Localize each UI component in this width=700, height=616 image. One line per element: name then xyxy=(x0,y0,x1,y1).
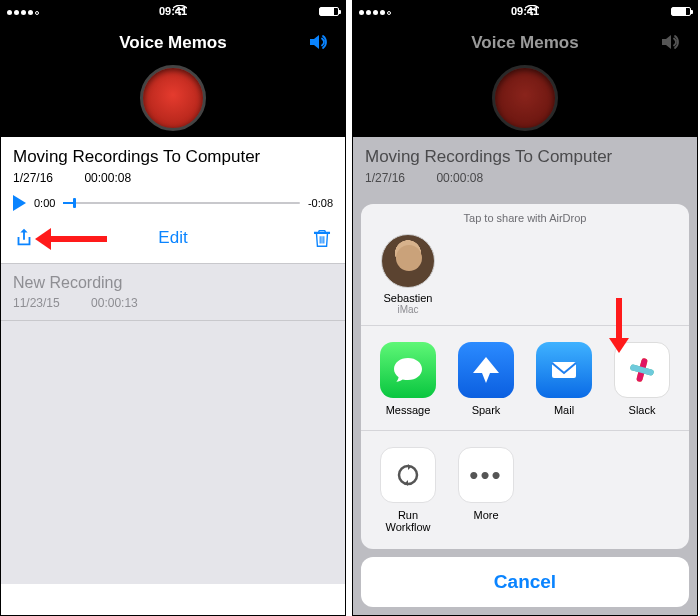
share-app-message[interactable]: Message xyxy=(369,342,447,416)
airdrop-contact-name: Sebastien xyxy=(373,292,443,304)
share-icon[interactable] xyxy=(13,227,35,249)
status-bar: 09:41 xyxy=(1,1,345,21)
list-item-duration: 00:00:13 xyxy=(91,296,138,310)
list-item-date: 11/23/15 xyxy=(13,296,60,310)
share-apps-row: Message Spark Mail Slack xyxy=(361,326,689,431)
annotation-arrow-down xyxy=(609,298,629,353)
phone-right: 09:41 Voice Memos Moving Recordings To C… xyxy=(352,0,698,616)
recording-title: Moving Recordings To Computer xyxy=(13,147,333,167)
record-button xyxy=(492,65,558,131)
header-title: Voice Memos xyxy=(1,21,345,53)
svg-rect-0 xyxy=(552,362,576,378)
share-app-mail[interactable]: Mail xyxy=(525,342,603,416)
battery-icon xyxy=(671,7,691,16)
record-button[interactable] xyxy=(140,65,206,131)
message-icon xyxy=(380,342,436,398)
selected-recording: Moving Recordings To Computer 1/27/16 00… xyxy=(1,137,345,264)
elapsed-time: 0:00 xyxy=(34,197,55,209)
airdrop-contact[interactable]: Sebastien iMac xyxy=(373,234,443,315)
airdrop-hint: Tap to share with AirDrop xyxy=(361,204,689,230)
recordings-list: New Recording 11/23/15 00:00:13 xyxy=(1,264,345,584)
action-more[interactable]: ••• More xyxy=(447,447,525,533)
app-header: Voice Memos xyxy=(1,21,345,137)
list-item-title: New Recording xyxy=(13,274,333,292)
recording-duration: 00:00:08 xyxy=(84,171,131,185)
remaining-time: -0:08 xyxy=(308,197,333,209)
recording-meta: 1/27/16 00:00:08 xyxy=(13,171,333,185)
header-title: Voice Memos xyxy=(353,21,697,53)
share-app-slack[interactable]: Slack xyxy=(603,342,681,416)
share-app-spark[interactable]: Spark xyxy=(447,342,525,416)
speaker-icon xyxy=(661,33,683,56)
annotation-arrow-left xyxy=(35,228,107,250)
recording-title: Moving Recordings To Computer xyxy=(365,147,685,167)
status-bar: 09:41 xyxy=(353,1,697,21)
battery-icon xyxy=(319,7,339,16)
spark-icon xyxy=(458,342,514,398)
edit-button[interactable]: Edit xyxy=(158,228,187,248)
share-actions-row: Run Workflow ••• More xyxy=(361,431,689,549)
workflow-icon xyxy=(380,447,436,503)
scrubber[interactable] xyxy=(63,202,300,204)
phone-left: 09:41 Voice Memos Moving Recordings To C… xyxy=(0,0,346,616)
share-sheet: Tap to share with AirDrop Sebastien iMac… xyxy=(361,204,689,607)
list-item[interactable]: New Recording 11/23/15 00:00:13 xyxy=(1,264,345,321)
more-icon: ••• xyxy=(458,447,514,503)
airdrop-contact-device: iMac xyxy=(373,304,443,315)
recording-meta: 1/27/16 00:00:08 xyxy=(365,171,685,185)
cancel-button[interactable]: Cancel xyxy=(361,557,689,607)
speaker-icon[interactable] xyxy=(309,33,331,56)
recording-date: 1/27/16 xyxy=(13,171,53,185)
play-button[interactable] xyxy=(13,195,26,211)
avatar xyxy=(381,234,435,288)
trash-icon[interactable] xyxy=(311,227,333,249)
action-run-workflow[interactable]: Run Workflow xyxy=(369,447,447,533)
status-time: 09:41 xyxy=(1,5,345,17)
mail-icon xyxy=(536,342,592,398)
player: 0:00 -0:08 xyxy=(1,189,345,215)
app-header: Voice Memos xyxy=(353,21,697,137)
status-time: 09:41 xyxy=(353,5,697,17)
